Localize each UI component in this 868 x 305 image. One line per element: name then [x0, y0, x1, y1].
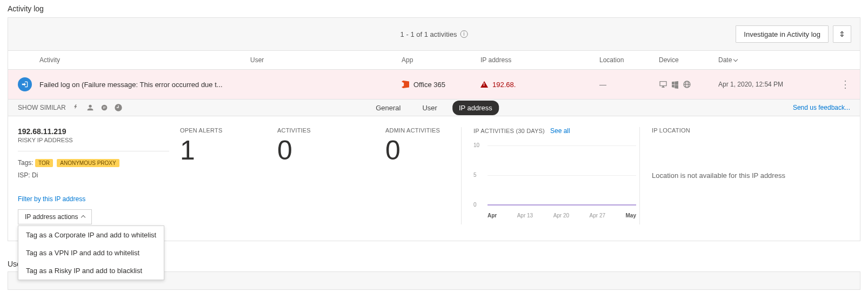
row-menu-button[interactable]	[816, 78, 850, 90]
col-date-label: Date	[718, 56, 732, 64]
filter-by-ip-link[interactable]: Filter by this IP address	[18, 195, 169, 203]
browser-icon	[683, 80, 691, 89]
ip-activities-chart: 10 5 0	[473, 140, 639, 210]
activities-value: 0	[277, 137, 385, 164]
warning-icon	[480, 81, 488, 88]
open-alerts-value: 1	[180, 137, 277, 164]
app-name: Office 365	[413, 81, 445, 89]
chevron-down-icon	[733, 57, 738, 62]
chart-title: IP ACTIVITIES (30 DAYS)	[473, 128, 545, 134]
login-icon	[18, 77, 32, 91]
menu-tag-corporate[interactable]: Tag as a Corporate IP and add to whiteli…	[18, 226, 164, 244]
date-cell: Apr 1, 2020, 12:54 PM	[718, 81, 816, 88]
detail-tabs: General User IP address	[369, 101, 499, 115]
col-device[interactable]: Device	[659, 56, 718, 64]
feedback-link[interactable]: Send us feedback...	[793, 104, 850, 111]
app-cell: Office 365	[402, 81, 480, 89]
activities-label: ACTIVITIES	[277, 127, 385, 134]
office365-icon	[402, 81, 409, 88]
result-count: 1 - 1 of 1 activities i	[400, 30, 468, 38]
investigate-button[interactable]: Investigate in Activity log	[736, 25, 829, 43]
table-header: Activity User App IP address Location De…	[8, 51, 860, 70]
ip-info-panel: 192.68.11.219 RISKY IP ADDRESS Tags: TOR…	[18, 127, 180, 224]
svg-text:IP: IP	[103, 106, 105, 109]
tags-label: Tags:	[18, 159, 34, 167]
see-all-link[interactable]: See all	[550, 127, 570, 135]
expand-icon: ⇕	[839, 30, 845, 38]
col-activity[interactable]: Activity	[18, 56, 250, 64]
activity-text: Failed log on (Failure message: This err…	[39, 81, 223, 89]
y-tick-0: 0	[473, 202, 477, 208]
ip-detail-panel: 192.68.11.219 RISKY IP ADDRESS Tags: TOR…	[8, 116, 860, 241]
admin-activities-panel: ADMIN ACTIVITIES 0	[385, 127, 461, 224]
col-user[interactable]: User	[250, 56, 402, 64]
toolbar: 1 - 1 of 1 activities i Investigate in A…	[8, 18, 860, 51]
x-tick-apr27: Apr 27	[590, 213, 605, 218]
ip-cell: 192.68.	[480, 81, 599, 89]
col-app[interactable]: App	[402, 56, 480, 64]
clock-icon[interactable]	[113, 103, 123, 112]
device-cell	[659, 80, 718, 89]
chevron-up-icon	[81, 215, 85, 220]
expand-button[interactable]: ⇕	[833, 25, 851, 43]
col-date[interactable]: Date	[718, 56, 816, 64]
result-count-text: 1 - 1 of 1 activities	[400, 30, 457, 38]
ip-location-panel: IP LOCATION Location is not available fo…	[639, 127, 850, 224]
col-ip[interactable]: IP address	[480, 56, 599, 64]
ip-full: 192.68.11.219	[18, 127, 169, 136]
ip-actions-menu: Tag as a Corporate IP and add to whiteli…	[18, 226, 164, 280]
monitor-icon	[659, 80, 667, 89]
tag-tor: TOR	[35, 159, 53, 167]
ip-location-message: Location is not available for this IP ad…	[652, 171, 850, 180]
x-tick-apr: Apr	[488, 213, 497, 218]
menu-tag-vpn[interactable]: Tag as a VPN IP and add to whitelist	[18, 244, 164, 262]
detail-subbar: SHOW SIMILAR IP General User IP address	[8, 100, 860, 116]
open-alerts-panel: OPEN ALERTS 1	[180, 127, 277, 224]
table-row[interactable]: Failed log on (Failure message: This err…	[8, 70, 860, 100]
y-tick-5: 5	[473, 172, 477, 178]
x-tick-apr20: Apr 20	[553, 213, 569, 218]
x-tick-may: May	[626, 213, 636, 218]
admin-activities-label: ADMIN ACTIVITIES	[385, 127, 461, 134]
user-icon[interactable]	[85, 103, 95, 112]
col-location[interactable]: Location	[599, 56, 659, 64]
show-similar-label: SHOW SIMILAR	[18, 104, 66, 111]
activity-log-card: 1 - 1 of 1 activities i Investigate in A…	[8, 17, 860, 241]
admin-activities-value: 0	[385, 137, 461, 164]
info-icon[interactable]: i	[460, 30, 468, 38]
tab-ip-address[interactable]: IP address	[452, 101, 499, 115]
activities-panel: ACTIVITIES 0	[277, 127, 385, 224]
more-icon	[840, 79, 850, 90]
activity-type-icon[interactable]	[71, 103, 81, 112]
page-title: Activity log	[8, 4, 860, 13]
ip-subtitle: RISKY IP ADDRESS	[18, 137, 169, 143]
open-alerts-label: OPEN ALERTS	[180, 127, 277, 134]
investigate-button-label: Investigate in Activity log	[744, 30, 820, 38]
isp-value: ISP: Di	[18, 171, 169, 179]
tab-user[interactable]: User	[416, 101, 443, 115]
ip-icon[interactable]: IP	[99, 103, 109, 112]
menu-tag-risky[interactable]: Tag as a Risky IP and add to blacklist	[18, 262, 164, 280]
ip-activities-chart-panel: IP ACTIVITIES (30 DAYS) See all 10 5 0 A…	[461, 127, 639, 224]
ip-location-title: IP LOCATION	[652, 127, 850, 134]
ip-actions-button[interactable]: IP address actions	[18, 209, 92, 224]
location-cell: —	[599, 81, 659, 89]
tab-general[interactable]: General	[369, 101, 407, 115]
ip-actions-label: IP address actions	[25, 213, 78, 221]
y-tick-10: 10	[473, 142, 479, 148]
chart-x-axis: Apr Apr 13 Apr 20 Apr 27 May	[488, 213, 636, 218]
chart-series-line	[488, 204, 636, 205]
tag-anonymous-proxy: ANONYMOUS PROXY	[57, 159, 119, 167]
windows-icon	[671, 80, 679, 89]
x-tick-apr13: Apr 13	[517, 213, 533, 218]
ip-value: 192.68.	[492, 81, 516, 89]
